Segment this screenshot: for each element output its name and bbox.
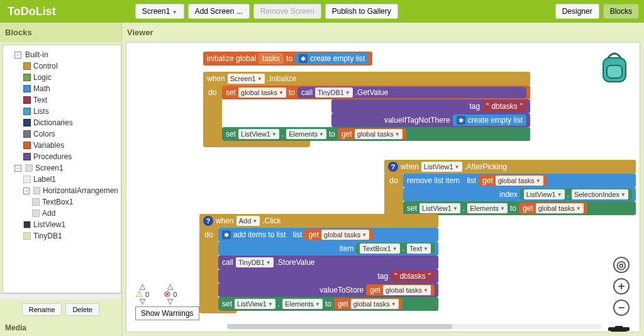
dd-label: global tasks — [538, 204, 575, 212]
tree-item-add[interactable]: Add — [32, 208, 118, 219]
viewer-panel: Viewer initialize global tasks to ✱creat… — [122, 23, 644, 336]
swatch-icon — [23, 74, 31, 81]
arrow-down-icon[interactable]: ▽ — [167, 299, 173, 304]
block-init-global[interactable]: initialize global tasks to ✱create empty… — [203, 52, 372, 65]
dropdown-elements[interactable]: Elements▼ — [467, 203, 508, 213]
zoom-out-icon[interactable]: − — [613, 300, 630, 316]
dropdown-global-tasks[interactable]: global tasks▼ — [496, 176, 543, 186]
dropdown-selectionindex[interactable]: SelectionIndex▼ — [572, 189, 628, 199]
tree-builtin-label: Built-in — [25, 50, 48, 59]
dropdown-screen1[interactable]: Screen1▼ — [228, 74, 265, 84]
dropdown-global-tasks[interactable]: global tasks▼ — [321, 230, 369, 240]
tree-item-procedures[interactable]: Procedures — [23, 151, 118, 162]
dropdown-global-tasks[interactable]: global tasks▼ — [536, 203, 584, 213]
error-counter[interactable]: △ ⊗ 0 ▽ — [164, 284, 177, 304]
block-text: tag — [469, 102, 480, 111]
dropdown-tinydb1[interactable]: TinyDB1▼ — [236, 257, 274, 267]
dropdown-add[interactable]: Add▼ — [236, 216, 260, 226]
tree-item-harr[interactable]: −HorizontalArrangemen — [23, 185, 118, 196]
publish-button[interactable]: Publish to Gallery — [325, 4, 398, 19]
tree-item-logic[interactable]: Logic — [23, 72, 118, 83]
gear-icon[interactable]: ✱ — [222, 230, 231, 239]
tree-item-text[interactable]: Text — [23, 94, 118, 106]
backpack-icon[interactable] — [599, 52, 630, 86]
dropdown-global-tasks[interactable]: global tasks▼ — [383, 285, 431, 295]
arrow-down-icon[interactable]: ▽ — [140, 299, 145, 304]
tree-item-lists[interactable]: Lists — [23, 106, 118, 117]
block-text: .Click — [262, 216, 280, 225]
tree-label: HorizontalArrangemen — [43, 186, 118, 195]
trash-icon[interactable] — [608, 326, 630, 332]
tree-item-label1[interactable]: Label1 — [23, 174, 118, 185]
tree-label: Screen1 — [35, 164, 64, 172]
swatch-icon — [23, 108, 31, 115]
blocks-tab[interactable]: Blocks — [603, 4, 639, 19]
help-icon[interactable]: ? — [388, 162, 398, 172]
tree-builtin[interactable]: − Built-in — [14, 49, 118, 60]
dropdown-listview1[interactable]: ListView1▼ — [421, 162, 462, 172]
help-icon[interactable]: ? — [203, 216, 213, 226]
gear-icon[interactable]: ✱ — [299, 54, 308, 63]
add-screen-button[interactable]: Add Screen ... — [188, 4, 250, 19]
dropdown-listview1[interactable]: ListView1▼ — [238, 129, 279, 139]
tree-label: Math — [33, 84, 50, 93]
dropdown-global-tasks[interactable]: global tasks▼ — [351, 299, 399, 309]
tree-screen1[interactable]: − Screen1 — [14, 162, 118, 174]
blocks-tree[interactable]: − Built-in Control Logic Math Text Lists… — [3, 45, 121, 293]
remove-screen-button[interactable]: Remove Screen — [253, 4, 321, 19]
button-icon — [32, 210, 40, 217]
tree-item-textbox1[interactable]: TextBox1 — [32, 196, 118, 208]
blocks-canvas[interactable]: initialize global tasks to ✱create empty… — [126, 42, 640, 332]
dropdown-global-tasks[interactable]: global tasks▼ — [355, 129, 402, 139]
scrollbar-thumb[interactable] — [227, 324, 452, 329]
block-var: tasks — [262, 54, 280, 63]
layout-icon — [33, 187, 40, 194]
show-warnings-button[interactable]: Show Warnings — [135, 306, 199, 320]
dropdown-listview1[interactable]: ListView1▼ — [419, 203, 460, 213]
dropdown-listview1[interactable]: ListView1▼ — [524, 189, 565, 199]
dropdown-elements[interactable]: Elements▼ — [286, 129, 326, 139]
recenter-icon[interactable]: ◎ — [613, 257, 630, 273]
zoom-in-icon[interactable]: + — [613, 278, 630, 294]
collapse-icon[interactable]: − — [23, 188, 30, 194]
dropdown-text[interactable]: Text▼ — [407, 244, 431, 254]
tree-item-colors[interactable]: Colors — [23, 128, 118, 140]
dropdown-global-tasks[interactable]: global tasks▼ — [238, 87, 286, 98]
rename-button[interactable]: Rename — [22, 303, 62, 316]
error-count: 0 — [173, 291, 177, 298]
tree-item-math[interactable]: Math — [23, 83, 118, 94]
screen-dropdown[interactable]: Screen1 ▼ — [135, 4, 184, 19]
block-text: initialize global — [207, 54, 256, 63]
dd-label: global tasks — [498, 177, 535, 184]
tree-label: Colors — [33, 130, 55, 138]
sidebar-scrollbar[interactable] — [0, 293, 121, 300]
delete-button[interactable]: Delete — [65, 303, 99, 316]
warning-counter[interactable]: △ ⚠ 0 ▽ — [135, 284, 149, 304]
tree-label: Control — [33, 62, 58, 70]
tree-item-dictionaries[interactable]: Dictionaries — [23, 117, 118, 128]
collapse-icon[interactable]: − — [14, 52, 21, 59]
arrow-up-icon[interactable]: △ — [167, 284, 173, 289]
warning-count: 0 — [145, 291, 149, 298]
collapse-icon[interactable]: − — [14, 165, 21, 172]
dropdown-tinydb1[interactable]: TinyDB1▼ — [315, 87, 353, 98]
dropdown-elements[interactable]: Elements▼ — [282, 299, 323, 309]
tree-item-control[interactable]: Control — [23, 60, 118, 72]
gear-icon[interactable]: ✱ — [457, 116, 465, 125]
swatch-icon — [23, 96, 31, 104]
dd-label: global tasks — [386, 286, 422, 294]
tree-label: Label1 — [33, 175, 56, 184]
block-when-add-click[interactable]: ? when Add▼ .Click do ✱ add items to lis… — [199, 214, 438, 313]
canvas-h-scrollbar[interactable] — [227, 324, 602, 329]
tree-item-listview1[interactable]: ListView1 — [23, 219, 118, 230]
block-when-initialize[interactable]: when Screen1▼ .Initialize do set global … — [203, 72, 530, 147]
dd-label: global tasks — [357, 130, 394, 138]
tree-item-variables[interactable]: Variables — [23, 140, 118, 151]
designer-tab[interactable]: Designer — [555, 4, 599, 19]
dropdown-textbox1[interactable]: TextBox1▼ — [360, 244, 399, 254]
tree-item-tinydb1[interactable]: TinyDB1 — [23, 230, 118, 242]
block-when-afterpicking[interactable]: ? when ListView1▼ .AfterPicking do remov… — [384, 160, 636, 220]
arrow-up-icon[interactable]: △ — [140, 284, 145, 289]
dropdown-listview1[interactable]: ListView1▼ — [235, 299, 275, 309]
block-text: set — [226, 130, 236, 138]
